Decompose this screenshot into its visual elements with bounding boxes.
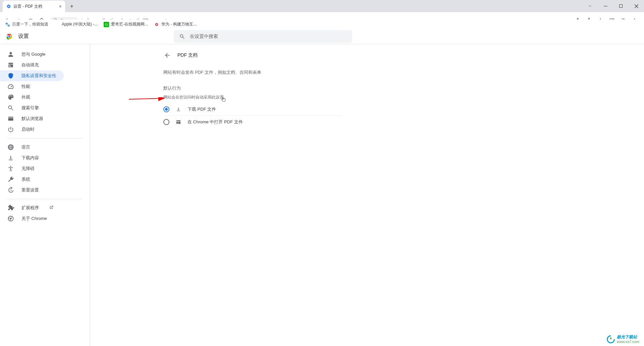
bookmark-item[interactable]: Apple (中国大陆) -... (54, 21, 98, 27)
sidebar-item-accessibility[interactable]: 无障碍 (0, 163, 64, 174)
option-label: 下载 PDF 文件 (187, 106, 216, 112)
iqiyi-icon: iQ (104, 22, 109, 27)
gear-icon (6, 4, 11, 9)
bookmark-label: Apple (中国大陆) -... (62, 21, 98, 27)
bookmark-item[interactable]: 🐾 百度一下，你就知道 (5, 21, 48, 27)
bookmark-item[interactable]: iQ 爱奇艺-在线视频网... (104, 21, 148, 27)
sidebar-item-performance[interactable]: 性能 (0, 81, 64, 92)
content-area: PDF 文档 网站有时会发布 PDF 文件，例如文档、合同和表单 默认行为 网站… (90, 44, 644, 346)
bookmark-label: 华为 - 构建万物互... (161, 21, 197, 27)
sidebar-item-label: 隐私设置和安全性 (21, 73, 56, 79)
wrench-icon (7, 176, 14, 183)
svg-point-18 (10, 218, 12, 220)
option-open-in-chrome[interactable]: 在 Chrome 中打开 PDF 文件 (163, 116, 342, 128)
option-label: 在 Chrome 中打开 PDF 文件 (187, 119, 243, 125)
shield-icon (7, 72, 14, 79)
sidebar-item-label: 扩展程序 (21, 205, 39, 211)
watermark-title: 极光下载站 (617, 335, 639, 339)
sidebar-item-label: 关于 Chrome (21, 216, 47, 222)
page-title: 设置 (18, 33, 29, 40)
sidebar-item-label: 自动填充 (21, 62, 39, 68)
accessibility-icon (7, 165, 14, 172)
content-title: PDF 文档 (177, 52, 198, 58)
apple-icon (54, 22, 60, 27)
bookmark-label: 爱奇艺-在线视频网... (111, 21, 148, 27)
search-placeholder: 在设置中搜索 (190, 34, 218, 40)
sidebar-item-label: 您与 Google (21, 51, 46, 57)
sidebar: 您与 Google 自动填充 隐私设置和安全性 性能 外观 搜索引擎 (0, 44, 90, 346)
bookmarks-bar: 🐾 百度一下，你就知道 Apple (中国大陆) -... iQ 爱奇艺-在线视… (0, 19, 644, 30)
sidebar-item-label: 搜索引擎 (21, 105, 39, 111)
bookmark-item[interactable]: ✿ 华为 - 构建万物互... (154, 21, 197, 27)
download-icon (175, 107, 181, 112)
close-icon[interactable]: × (59, 4, 62, 9)
settings-body: 您与 Google 自动填充 隐私设置和安全性 性能 外观 搜索引擎 (0, 44, 644, 346)
maximize-button[interactable] (613, 1, 629, 11)
sidebar-item-label: 性能 (21, 83, 30, 90)
tab-search-button[interactable] (582, 1, 598, 11)
sidebar-item-you-and-google[interactable]: 您与 Google (0, 49, 64, 60)
search-input[interactable]: 在设置中搜索 (174, 30, 352, 43)
extension-icon (7, 205, 14, 211)
external-link-icon (49, 205, 54, 211)
settings-header: 设置 在设置中搜索 (0, 29, 644, 44)
content-description: 网站有时会发布 PDF 文件，例如文档、合同和表单 (163, 70, 342, 75)
sidebar-item-label: 语言 (21, 144, 30, 150)
power-icon (7, 126, 14, 133)
sidebar-item-label: 系统 (21, 176, 30, 182)
search-icon (7, 105, 14, 111)
window-close-button[interactable] (629, 1, 644, 11)
speedometer-icon (7, 83, 14, 90)
svg-point-16 (10, 166, 11, 167)
chrome-logo-icon (5, 33, 13, 41)
sidebar-item-about-chrome[interactable]: 关于 Chrome (0, 213, 64, 224)
sidebar-item-appearance[interactable]: 外观 (0, 92, 64, 103)
minimize-button[interactable] (598, 1, 613, 11)
sidebar-item-label: 无障碍 (21, 166, 35, 172)
sidebar-item-reset[interactable]: 重置设置 (0, 185, 64, 195)
chrome-outline-icon (7, 215, 14, 222)
watermark: 极光下载站 www.xz7.com (606, 335, 639, 344)
autofill-icon (7, 62, 14, 68)
divider (7, 199, 83, 199)
radio-unselected-icon (163, 119, 169, 125)
sidebar-item-system[interactable]: 系统 (0, 174, 64, 185)
search-icon (179, 34, 185, 40)
window-controls (582, 0, 644, 12)
huawei-icon: ✿ (154, 22, 159, 27)
new-tab-button[interactable]: + (67, 2, 76, 11)
sidebar-item-label: 重置设置 (21, 187, 39, 193)
download-icon (7, 155, 14, 161)
watermark-url: www.xz7.com (617, 340, 639, 344)
section-subtitle: 网站会在您访问时自动采用此设置 (163, 95, 342, 100)
tab-title: 设置 - PDF 文档 (13, 4, 42, 9)
back-arrow-button[interactable] (163, 51, 171, 59)
sidebar-item-search-engine[interactable]: 搜索引擎 (0, 103, 64, 113)
settings-page: 设置 在设置中搜索 您与 Google 自动填充 隐私设置和安全性 (0, 29, 644, 346)
content-header: PDF 文档 (163, 49, 342, 62)
person-icon (7, 51, 14, 58)
sidebar-item-downloads[interactable]: 下载内容 (0, 153, 64, 163)
sidebar-item-label: 下载内容 (21, 155, 39, 161)
open-in-browser-icon (175, 119, 181, 125)
sidebar-item-extensions[interactable]: 扩展程序 (0, 203, 64, 213)
sidebar-item-languages[interactable]: 语言 (0, 142, 64, 153)
section-label: 默认行为 (163, 85, 342, 91)
watermark-logo-icon (606, 335, 615, 344)
baidu-icon: 🐾 (5, 22, 10, 27)
option-download-pdf[interactable]: 下载 PDF 文件 (163, 103, 342, 116)
radio-selected-icon (163, 106, 169, 112)
sidebar-item-label: 默认浏览器 (21, 116, 43, 122)
svg-rect-10 (620, 5, 623, 8)
browser-tab[interactable]: 设置 - PDF 文档 × (3, 1, 65, 12)
sidebar-item-label: 启动时 (21, 126, 35, 132)
sidebar-item-on-startup[interactable]: 启动时 (0, 124, 64, 135)
palette-icon (7, 94, 14, 101)
tab-strip: 设置 - PDF 文档 × + (0, 0, 644, 12)
sidebar-item-label: 外观 (21, 94, 30, 100)
sidebar-item-privacy[interactable]: 隐私设置和安全性 (0, 70, 64, 81)
browser-icon (7, 115, 14, 122)
sidebar-item-autofill[interactable]: 自动填充 (0, 60, 64, 70)
restore-icon (7, 187, 14, 193)
sidebar-item-default-browser[interactable]: 默认浏览器 (0, 113, 64, 124)
